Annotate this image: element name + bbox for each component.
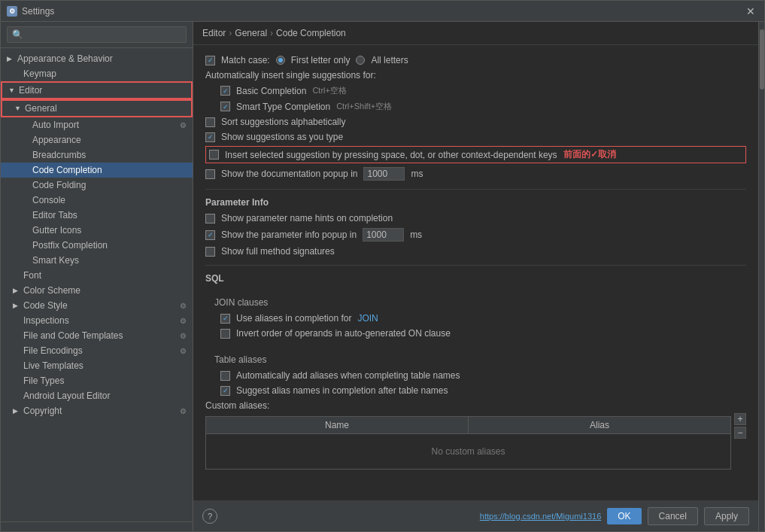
show-full-signatures-checkbox[interactable] <box>205 247 215 257</box>
close-button[interactable]: ✕ <box>743 4 758 19</box>
sidebar-item-console[interactable]: Console <box>1 193 193 208</box>
sidebar-item-label: Copyright <box>23 406 177 416</box>
basic-completion-checkbox[interactable]: ✓ <box>220 86 230 96</box>
show-suggestions-row: ✓ Show suggestions as you type <box>205 129 746 144</box>
scrollbar[interactable] <box>758 22 764 531</box>
breadcrumb-part-general: General <box>235 28 267 38</box>
cancel-button[interactable]: Cancel <box>648 507 698 525</box>
title-bar-left: ⚙ Settings <box>7 6 54 17</box>
sidebar-item-label: Breadcrumbs <box>32 150 187 160</box>
sidebar-item-android-layout[interactable]: Android Layout Editor <box>1 388 193 403</box>
show-suggestions-label: Show suggestions as you type <box>221 132 343 142</box>
sidebar-item-font[interactable]: Font <box>1 268 193 283</box>
all-letters-label: All letters <box>371 55 408 65</box>
insert-selected-checkbox[interactable] <box>209 150 219 160</box>
show-param-hints-checkbox[interactable] <box>205 214 215 223</box>
sidebar-item-file-encodings[interactable]: File Encodings ⚙ <box>1 343 193 358</box>
sidebar-item-label: Editor <box>19 85 185 96</box>
invert-order-checkbox[interactable] <box>220 329 230 339</box>
settings-icon-small: ⚙ <box>180 407 187 415</box>
match-case-checkbox[interactable]: ✓ <box>205 56 215 65</box>
url-link[interactable]: https://blog.csdn.net/Migumi1316 <box>480 512 601 521</box>
divider-2 <box>205 265 746 266</box>
apply-button[interactable]: Apply <box>704 507 749 525</box>
sidebar-item-label: Auto Import <box>32 120 177 130</box>
sidebar-item-keymap[interactable]: Keymap <box>1 66 193 81</box>
ok-button[interactable]: OK <box>607 508 641 524</box>
sidebar-item-smart-keys[interactable]: Smart Keys <box>1 253 193 268</box>
sidebar-item-code-folding[interactable]: Code Folding <box>1 178 193 193</box>
sidebar-item-postfix-completion[interactable]: Postfix Completion <box>1 238 193 253</box>
sidebar-item-general[interactable]: ▼ General <box>1 99 193 117</box>
auto-add-aliases-row: Automatically add aliases when completin… <box>205 368 746 383</box>
divider-1 <box>205 189 746 190</box>
basic-completion-row: ✓ Basic Completion Ctrl+空格 <box>205 83 746 99</box>
sidebar-item-editor-tabs[interactable]: Editor Tabs <box>1 208 193 223</box>
table-remove-button[interactable]: − <box>734 427 746 439</box>
show-full-signatures-label: Show full method signatures <box>221 246 335 257</box>
sidebar-item-live-templates[interactable]: Live Templates <box>1 358 193 373</box>
basic-completion-kbd: Ctrl+空格 <box>312 85 347 96</box>
sidebar-item-editor[interactable]: ▼ Editor <box>1 81 193 99</box>
custom-aliases-table: Name Alias No custom aliases <box>205 416 731 470</box>
suggest-alias-names-label: Suggest alias names in completion after … <box>236 385 448 396</box>
sidebar-item-inspections[interactable]: Inspections ⚙ <box>1 313 193 328</box>
sidebar-item-label: Console <box>32 195 187 205</box>
breadcrumb-part-code-completion: Code Completion <box>276 28 346 38</box>
breadcrumb: Editor › General › Code Completion <box>193 22 758 45</box>
sql-section: SQL <box>205 273 746 284</box>
show-doc-popup-checkbox[interactable] <box>205 169 215 179</box>
expand-arrow: ▶ <box>13 287 20 294</box>
show-param-popup-checkbox[interactable]: ✓ <box>205 230 215 240</box>
scrollbar-thumb[interactable] <box>760 29 764 90</box>
table-add-button[interactable]: + <box>734 413 746 425</box>
sidebar-item-appearance[interactable]: Appearance <box>1 132 193 147</box>
sidebar-item-color-scheme[interactable]: ▶ Color Scheme <box>1 283 193 298</box>
basic-completion-label: Basic Completion <box>236 86 306 96</box>
help-button[interactable]: ? <box>202 509 217 524</box>
all-letters-radio[interactable] <box>356 56 365 65</box>
smart-type-checkbox[interactable]: ✓ <box>220 102 230 111</box>
sidebar-item-label: File Encodings <box>23 345 177 356</box>
content-area: Editor › General › Code Completion ✓ Mat… <box>193 22 758 531</box>
sidebar-item-label: Smart Keys <box>32 255 187 266</box>
use-aliases-checkbox[interactable]: ✓ <box>220 314 230 324</box>
show-doc-popup-label: Show the documentation popup in <box>221 169 357 179</box>
sidebar-bottom <box>1 521 193 531</box>
sidebar-item-file-code-templates[interactable]: File and Code Templates ⚙ <box>1 328 193 343</box>
show-doc-popup-input[interactable] <box>363 167 405 181</box>
sidebar-item-code-completion[interactable]: Code Completion <box>1 163 193 178</box>
sort-alphabetically-row: Sort suggestions alphabetically <box>205 114 746 129</box>
window-title: Settings <box>22 6 54 17</box>
sidebar-item-code-style[interactable]: ▶ Code Style ⚙ <box>1 298 193 313</box>
table-actions: + − <box>734 413 746 439</box>
suggest-alias-names-checkbox[interactable]: ✓ <box>220 386 230 396</box>
annotation-text: 前面的✓取消 <box>563 148 616 161</box>
show-param-popup-input[interactable] <box>363 228 404 242</box>
sidebar-item-auto-import[interactable]: Auto Import ⚙ <box>1 117 193 132</box>
table-header: Name Alias <box>206 417 730 434</box>
sidebar-item-label: Inspections <box>23 315 177 326</box>
insert-selected-row: Insert selected suggestion by pressing s… <box>205 146 746 163</box>
sidebar-item-label: Appearance & Behavior <box>17 53 187 64</box>
first-letter-radio[interactable] <box>276 56 285 65</box>
expand-arrow: ▶ <box>13 407 20 415</box>
sidebar-item-breadcrumbs[interactable]: Breadcrumbs <box>1 147 193 163</box>
sidebar-item-file-types[interactable]: File Types <box>1 373 193 388</box>
expand-arrow: ▼ <box>14 105 22 112</box>
sidebar-item-appearance-behavior[interactable]: ▶ Appearance & Behavior <box>1 51 193 66</box>
auto-add-aliases-checkbox[interactable] <box>220 371 230 381</box>
settings-icon: ⚙ <box>7 6 17 17</box>
smart-type-label: Smart Type Completion <box>236 102 330 112</box>
breadcrumb-part-editor: Editor <box>202 28 226 38</box>
sidebar-item-label: Android Layout Editor <box>23 391 187 401</box>
sort-alphabetically-checkbox[interactable] <box>205 117 215 127</box>
use-aliases-label: Use aliases in completion for <box>236 313 351 324</box>
search-input[interactable] <box>7 26 187 43</box>
sidebar-item-copyright[interactable]: ▶ Copyright ⚙ <box>1 403 193 418</box>
sidebar-item-gutter-icons[interactable]: Gutter Icons <box>1 223 193 238</box>
sidebar-item-label: Gutter Icons <box>32 225 187 236</box>
show-param-popup-row: ✓ Show the parameter info popup in ms <box>205 226 746 244</box>
table-col-name: Name <box>206 417 469 433</box>
show-suggestions-checkbox[interactable]: ✓ <box>205 132 215 142</box>
